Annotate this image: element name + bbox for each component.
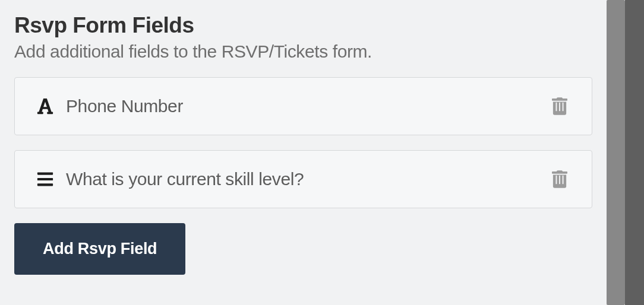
section-subtitle: Add additional fields to the RSVP/Ticket…	[14, 42, 592, 62]
trash-icon	[552, 170, 567, 188]
page-viewport: Rsvp Form Fields Add additional fields t…	[0, 0, 644, 305]
list-icon	[35, 169, 55, 189]
trash-icon	[552, 97, 567, 115]
scrollbar-thumb[interactable]	[607, 0, 625, 305]
field-list: Phone Number What is your current skill …	[14, 77, 592, 208]
field-label: What is your current skill level?	[66, 169, 548, 189]
field-card[interactable]: Phone Number	[14, 77, 592, 135]
main-content: Rsvp Form Fields Add additional fields t…	[0, 0, 607, 305]
add-rsvp-field-button[interactable]: Add Rsvp Field	[14, 223, 185, 275]
delete-button[interactable]	[548, 94, 572, 118]
delete-button[interactable]	[548, 167, 572, 191]
section-title: Rsvp Form Fields	[14, 13, 592, 38]
field-label: Phone Number	[66, 96, 548, 116]
font-icon	[35, 96, 55, 116]
right-edge-panel	[625, 0, 644, 305]
scrollbar-track[interactable]	[607, 0, 625, 305]
field-card[interactable]: What is your current skill level?	[14, 150, 592, 208]
